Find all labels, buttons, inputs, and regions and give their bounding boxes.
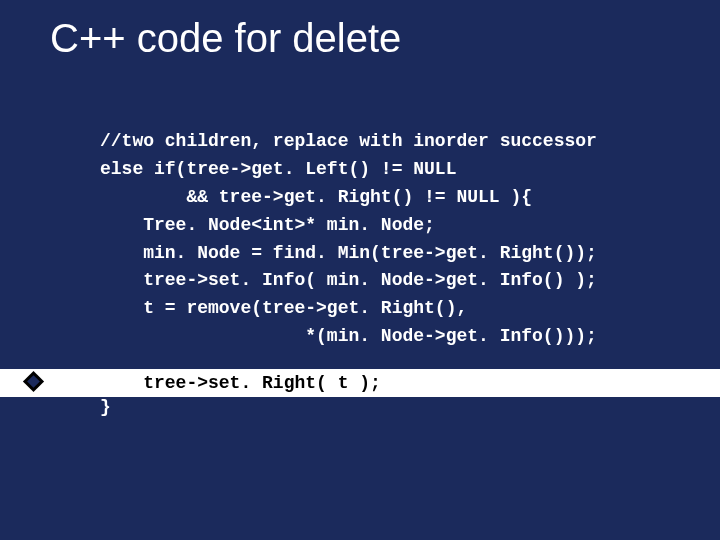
highlighted-code-line: tree->set. Right( t );	[100, 369, 381, 397]
slide: C++ code for delete //two children, repl…	[0, 0, 720, 540]
slide-title: C++ code for delete	[50, 16, 401, 61]
code-closing-brace: }	[100, 397, 111, 417]
code-block: //two children, replace with inorder suc…	[100, 128, 597, 351]
